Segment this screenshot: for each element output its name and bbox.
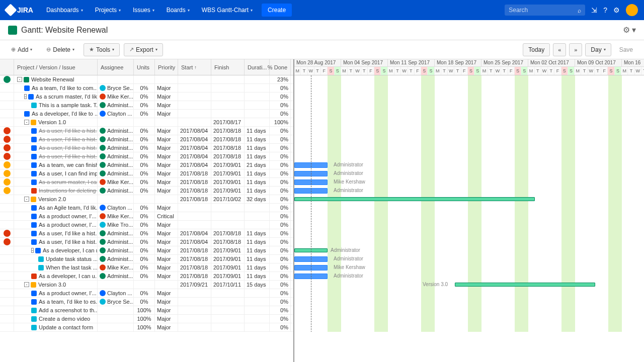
gantt-row[interactable]: Mike Kershaw bbox=[294, 263, 644, 272]
gantt-row[interactable]: Administrator bbox=[294, 255, 644, 263]
gantt-row[interactable] bbox=[294, 195, 644, 204]
feedback-icon[interactable]: ⇲ bbox=[591, 6, 597, 14]
col-start-header[interactable]: Start ↑ bbox=[178, 59, 211, 75]
gantt-row[interactable] bbox=[294, 84, 644, 93]
gantt-row[interactable] bbox=[294, 221, 644, 229]
col-done-header[interactable]: % Done bbox=[270, 59, 291, 75]
gantt-row[interactable] bbox=[294, 118, 644, 127]
table-row[interactable]: As a user, I'd like a hist...Administ...… bbox=[0, 229, 293, 238]
table-row[interactable]: -Version 1.02017/08/17100% bbox=[0, 118, 293, 127]
table-row[interactable]: This is a sample task. T...Administ...0%… bbox=[0, 101, 293, 110]
gantt-body[interactable]: AdministratorAdministratorMike KershawAd… bbox=[294, 75, 644, 332]
export-button[interactable]: ↗Export▾ bbox=[124, 43, 163, 56]
table-row[interactable]: Add a screenshot to th...100%Major0% bbox=[0, 306, 293, 315]
gantt-row[interactable] bbox=[294, 298, 644, 306]
gantt-row[interactable] bbox=[294, 204, 644, 212]
table-row[interactable]: As a scrum master, I can s...Mike Ker...… bbox=[0, 178, 293, 187]
table-row[interactable]: As a user, I'd like a hist...Administ...… bbox=[0, 127, 293, 135]
prev-button[interactable]: « bbox=[553, 43, 566, 56]
table-row[interactable]: As a user, I can find impor...Administ..… bbox=[0, 169, 293, 178]
gantt-row[interactable] bbox=[294, 238, 644, 246]
gantt-row[interactable] bbox=[294, 306, 644, 315]
gantt-row[interactable] bbox=[294, 144, 644, 152]
table-row[interactable]: As a developer, I'd like to ...Clayton .… bbox=[0, 110, 293, 118]
create-button[interactable]: Create bbox=[262, 4, 292, 17]
nav-item-boards[interactable]: Boards▾ bbox=[162, 4, 195, 17]
table-row[interactable]: -Version 3.02017/09/212017/10/1115 days0… bbox=[0, 281, 293, 289]
gantt-row[interactable] bbox=[294, 127, 644, 135]
page-settings-icon[interactable]: ⚙ ▾ bbox=[623, 25, 636, 35]
gantt-row[interactable] bbox=[294, 315, 644, 323]
gantt-row[interactable] bbox=[294, 323, 644, 332]
tree-toggle[interactable]: - bbox=[24, 94, 27, 99]
summary-bar[interactable] bbox=[455, 283, 595, 287]
gantt-row[interactable] bbox=[294, 229, 644, 238]
table-row[interactable]: As an Agile team, I'd lik...Clayton ...0… bbox=[0, 204, 293, 212]
tree-toggle[interactable]: - bbox=[17, 77, 22, 82]
table-row[interactable]: Update a contact form100%Major0% bbox=[0, 323, 293, 332]
nav-item-dashboards[interactable]: Dashboards▾ bbox=[41, 4, 88, 17]
col-status-header[interactable] bbox=[0, 59, 14, 75]
table-row[interactable]: -Version 2.02017/08/182017/10/0232 days0… bbox=[0, 195, 293, 204]
gantt-row[interactable] bbox=[294, 212, 644, 221]
tree-toggle[interactable]: - bbox=[24, 282, 29, 287]
gantt-row[interactable] bbox=[294, 289, 644, 298]
add-button[interactable]: ⊕Add▾ bbox=[6, 44, 37, 56]
gantt-chart[interactable]: Mon 28 Aug 2017Mon 04 Sep 2017Mon 11 Sep… bbox=[294, 59, 644, 362]
table-row[interactable]: Instructions for deleting t...Administ..… bbox=[0, 187, 293, 195]
save-button[interactable]: Save bbox=[614, 44, 638, 56]
gantt-row[interactable]: Mike Kershaw bbox=[294, 178, 644, 187]
grid-body[interactable]: -Website Renewal23%As a team, I'd like t… bbox=[0, 75, 293, 362]
nav-item-issues[interactable]: Issues▾ bbox=[128, 4, 159, 17]
col-duration-header[interactable]: Durati... bbox=[245, 59, 270, 75]
help-icon[interactable]: ? bbox=[603, 6, 607, 14]
gantt-row[interactable]: Administrator bbox=[294, 169, 644, 178]
col-issue-header[interactable]: Project / Version / Issue bbox=[14, 59, 98, 75]
gantt-row[interactable]: Version 3.0 bbox=[294, 281, 644, 289]
table-row[interactable]: As a developer, I can u...Administ...0%M… bbox=[0, 272, 293, 281]
gantt-row[interactable]: Administrator bbox=[294, 272, 644, 281]
settings-gear-icon[interactable]: ⚙ bbox=[613, 6, 620, 14]
table-row[interactable]: -As a developer, I can u...Administ...0%… bbox=[0, 246, 293, 255]
table-row[interactable]: -Website Renewal23% bbox=[0, 75, 293, 84]
table-row[interactable]: As a user, I'd like a hist...Administ...… bbox=[0, 152, 293, 161]
gantt-row[interactable]: Administrator bbox=[294, 161, 644, 169]
table-row[interactable]: As a user, I'd like a hist...Administ...… bbox=[0, 238, 293, 246]
gantt-row[interactable] bbox=[294, 101, 644, 110]
col-priority-header[interactable]: Priority bbox=[155, 59, 178, 75]
search-input[interactable] bbox=[509, 7, 571, 14]
today-button[interactable]: Today bbox=[523, 43, 550, 56]
tree-toggle[interactable]: - bbox=[31, 248, 34, 253]
col-assignee-header[interactable]: Assignee bbox=[98, 59, 134, 75]
col-units-header[interactable]: Units bbox=[134, 59, 155, 75]
table-row[interactable]: As a team, I'd like to es...Bryce Se...0… bbox=[0, 298, 293, 306]
jira-logo[interactable]: JIRA bbox=[6, 6, 33, 15]
table-row[interactable]: As a user, I'd like a hist...Administ...… bbox=[0, 135, 293, 144]
gantt-row[interactable] bbox=[294, 152, 644, 161]
delete-button[interactable]: ⊖Delete▾ bbox=[41, 44, 79, 56]
gantt-row[interactable]: Administrator bbox=[294, 187, 644, 195]
col-finish-header[interactable]: Finish bbox=[211, 59, 245, 75]
tools-button[interactable]: ★Tools▾ bbox=[84, 43, 120, 56]
tree-toggle[interactable]: - bbox=[24, 120, 29, 125]
search-box[interactable]: ⌕ bbox=[505, 5, 585, 16]
table-row[interactable]: As a team, I'd like to com...Bryce Se...… bbox=[0, 84, 293, 93]
table-row[interactable]: As a product owner, I'...Clayton ...0%Ma… bbox=[0, 289, 293, 298]
gantt-row[interactable] bbox=[294, 110, 644, 118]
table-row[interactable]: Update task status ...Administ...0%Major… bbox=[0, 255, 293, 263]
next-button[interactable]: » bbox=[569, 43, 582, 56]
gantt-row[interactable] bbox=[294, 93, 644, 101]
table-row[interactable]: As a user, I'd like a hist...Administ...… bbox=[0, 144, 293, 152]
table-row[interactable]: -As a scrum master, I'd like ...Mike Ker… bbox=[0, 93, 293, 101]
nav-item-projects[interactable]: Projects▾ bbox=[90, 4, 126, 17]
table-row[interactable]: Create a demo video100%Major0% bbox=[0, 315, 293, 323]
table-row[interactable]: As a team, we can finish t...Administ...… bbox=[0, 161, 293, 169]
table-row[interactable]: As a product owner, I'...Mike Ker...0%Cr… bbox=[0, 212, 293, 221]
zoom-dropdown[interactable]: Day▾ bbox=[585, 43, 611, 56]
summary-bar[interactable] bbox=[294, 197, 535, 201]
table-row[interactable]: When the last task ...Mike Ker...0%Major… bbox=[0, 263, 293, 272]
user-avatar[interactable] bbox=[626, 4, 638, 16]
gantt-row[interactable] bbox=[294, 75, 644, 84]
gantt-row[interactable] bbox=[294, 135, 644, 144]
gantt-row[interactable]: Administrator bbox=[294, 246, 644, 255]
